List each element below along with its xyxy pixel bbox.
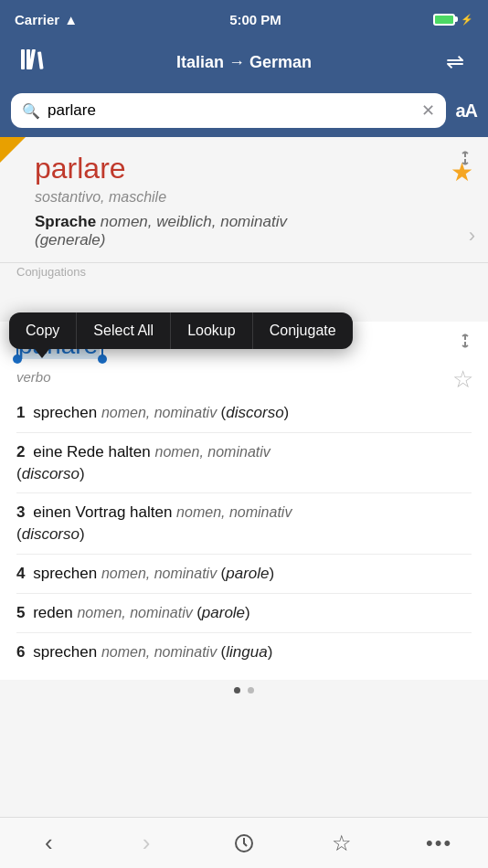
forward-button[interactable]: ›: [98, 829, 196, 857]
definition-3: 3 einen Vortrag halten nomen, nominativ …: [16, 493, 472, 555]
star-filled[interactable]: ★: [451, 157, 473, 187]
bottom-nav: ‹ › ☆ •••: [0, 817, 488, 868]
translation-meta: nomen, weiblich, nominativ: [101, 213, 287, 230]
definition-1: 1 sprechen nomen, nominativ (discorso): [16, 394, 472, 433]
search-input-wrap: 🔍 ✕: [11, 93, 446, 128]
corner-bookmark: [0, 137, 26, 163]
translation-note: (generale): [35, 231, 106, 249]
entry-card-verb: parlare ☆ verbo 1 sprechen nomen, nomina…: [0, 322, 488, 680]
context-copy[interactable]: Copy: [9, 312, 77, 349]
definition-6: 6 sprechen nomen, nominativ (lingua): [16, 633, 472, 672]
back-button[interactable]: ‹: [0, 829, 98, 857]
carrier-label: Carrier: [15, 12, 59, 27]
svg-rect-0: [21, 49, 25, 69]
search-icon: 🔍: [22, 102, 40, 120]
wifi-icon: ▲: [64, 12, 78, 27]
library-icon[interactable]: [15, 49, 51, 75]
bolt-icon: ⚡: [461, 14, 473, 26]
word-pos-verb: verbo: [16, 369, 472, 385]
status-left: Carrier ▲: [15, 12, 78, 27]
more-button[interactable]: •••: [390, 831, 488, 855]
nav-bar: Italian → German ⇌: [0, 38, 488, 86]
context-conjugate[interactable]: Conjugate: [253, 312, 353, 349]
font-size-button[interactable]: aA: [455, 101, 477, 122]
translation-main: Sprache: [35, 213, 96, 230]
definition-4: 4 sprechen nomen, nominativ (parole): [16, 555, 472, 594]
entry-card-noun: parlare sostantivo, maschile Sprache nom…: [0, 137, 488, 263]
status-bar: Carrier ▲ 5:00 PM ⚡: [0, 0, 488, 38]
clear-icon[interactable]: ✕: [421, 101, 435, 121]
word-title-noun: parlare: [35, 152, 472, 185]
history-button[interactable]: [196, 832, 293, 854]
battery-icon: [433, 14, 455, 26]
star-outline-verb[interactable]: ☆: [452, 365, 473, 394]
context-select-all[interactable]: Select All: [77, 312, 171, 349]
next-card-arrow[interactable]: ›: [469, 224, 475, 248]
search-bar: 🔍 ✕ aA: [0, 86, 488, 137]
divider: Conjugations ›: [0, 263, 488, 272]
nav-title: Italian → German: [51, 53, 437, 72]
cursor-dot-right: [98, 355, 107, 364]
definition-5: 5 reden nomen, nominativ (parole): [16, 594, 472, 633]
page-dots: [0, 680, 488, 697]
star-button[interactable]: ☆: [292, 831, 390, 856]
word-pos-noun: sostantivo, maschile: [35, 189, 472, 206]
definition-list: 1 sprechen nomen, nominativ (discorso) 2…: [16, 394, 472, 671]
status-time: 5:00 PM: [229, 12, 281, 27]
context-lookup[interactable]: Lookup: [171, 312, 253, 349]
page-dot-1: [234, 687, 240, 693]
definition-2: 2 eine Rede halten nomen, nominativ (dis…: [16, 433, 472, 494]
collapse-icon-verb[interactable]: [457, 333, 473, 353]
search-input[interactable]: [48, 101, 414, 120]
context-menu: Copy Select All Lookup Conjugate: [9, 312, 353, 349]
content-area: parlare sostantivo, maschile Sprache nom…: [0, 137, 488, 817]
svg-rect-3: [37, 51, 44, 69]
conjugations-label: Conjugations: [0, 263, 102, 281]
word-translation-noun: Sprache nomen, weiblich, nominativ (gene…: [35, 213, 472, 249]
status-right: ⚡: [433, 14, 473, 26]
cursor-dot-left: [13, 355, 22, 364]
reverse-icon[interactable]: ⇌: [437, 49, 473, 75]
page-dot-2: [248, 687, 254, 693]
